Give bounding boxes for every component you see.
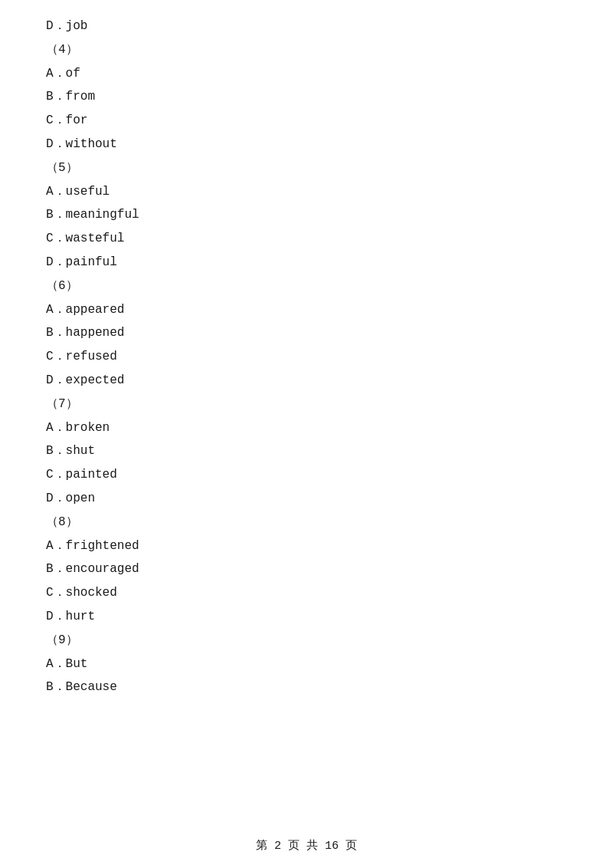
line-q8: （8）	[46, 511, 567, 534]
line-c7-painted: C．painted	[46, 464, 567, 486]
line-a8-frightened: A．frightened	[46, 535, 567, 557]
line-d4-without: D．without	[46, 133, 567, 156]
line-q6: （6）	[46, 275, 567, 298]
line-a6-appeared: A．appeared	[46, 299, 567, 321]
line-d8-hurt: D．hurt	[46, 606, 567, 628]
line-q7: （7）	[46, 393, 567, 416]
line-a9-but: A．But	[46, 653, 567, 676]
line-b9-because: B．Because	[46, 676, 567, 699]
line-c6-refused: C．refused	[46, 346, 567, 368]
line-a5-useful: A．useful	[46, 181, 567, 203]
line-q4: （4）	[46, 39, 567, 61]
line-b5-meaningful: B．meaningful	[46, 204, 567, 226]
page-content: D．job （4） A．of B．from C．for D．without （5…	[0, 0, 613, 746]
line-a4-of: A．of	[46, 63, 567, 85]
line-d-job: D．job	[46, 15, 567, 38]
line-q5: （5）	[46, 157, 567, 179]
line-b8-encouraged: B．encouraged	[46, 558, 567, 580]
page-footer: 第 2 页 共 16 页	[0, 838, 613, 853]
line-b6-happened: B．happened	[46, 322, 567, 344]
line-b4-from: B．from	[46, 86, 567, 108]
line-c4-for: C．for	[46, 110, 567, 132]
line-b7-shut: B．shut	[46, 440, 567, 462]
line-d6-expected: D．expected	[46, 370, 567, 392]
line-c8-shocked: C．shocked	[46, 582, 567, 604]
line-d5-painful: D．painful	[46, 252, 567, 274]
line-q9: （9）	[46, 630, 567, 652]
line-c5-wasteful: C．wasteful	[46, 228, 567, 250]
line-d7-open: D．open	[46, 488, 567, 510]
line-a7-broken: A．broken	[46, 417, 567, 439]
